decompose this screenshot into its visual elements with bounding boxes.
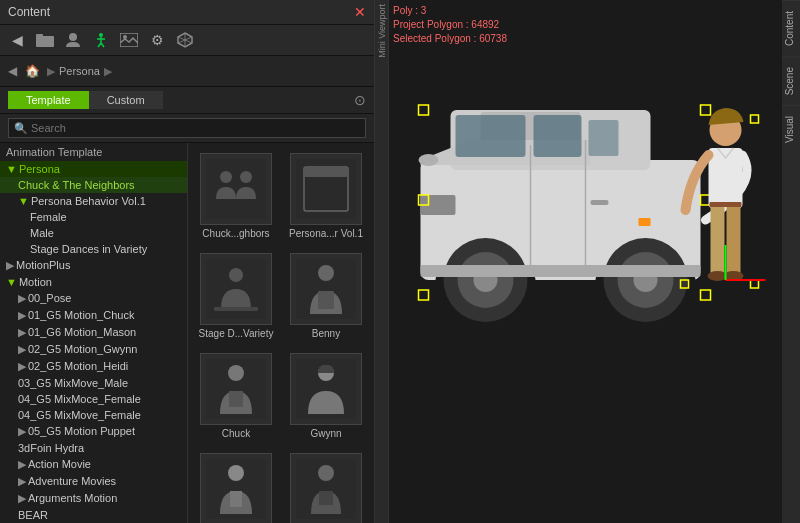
grid-thumb-gwynn (290, 353, 362, 425)
viewport: Poly : 3 Project Polygon : 64892 Selecte… (389, 0, 782, 523)
svg-rect-33 (230, 491, 242, 507)
poly-count-label: Poly : 3 (393, 4, 507, 18)
tree-section-animation[interactable]: Animation Template (0, 143, 187, 161)
search-wrap: 🔍 (8, 118, 366, 138)
tree-item-02-gwynn[interactable]: ▶02_G5 Motion_Gwynn (0, 341, 187, 358)
character-icon[interactable] (90, 29, 112, 51)
home-icon[interactable]: 🏠 (21, 60, 43, 82)
tab-custom[interactable]: Custom (89, 91, 163, 109)
scene-svg (389, 0, 782, 523)
close-button[interactable]: ✕ (354, 4, 366, 20)
tree-item-01-chuck[interactable]: ▶01_G5 Motion_Chuck (0, 307, 187, 324)
tree-item-02-heidi[interactable]: ▶02_G5 Motion_Heidi (0, 358, 187, 375)
tree-item-persona-behavior[interactable]: ▼Persona Behavior Vol.1 (0, 193, 187, 209)
grid-thumb-benny (290, 253, 362, 325)
svg-point-35 (318, 465, 334, 481)
grid-label-benny: Benny (312, 328, 340, 339)
svg-rect-49 (456, 115, 526, 157)
svg-point-24 (318, 265, 334, 281)
grid-item-heidi[interactable]: Heidi (194, 449, 278, 523)
grid-label-chuck-neighbors: Chuck...ghbors (202, 228, 269, 239)
viewport-info: Poly : 3 Project Polygon : 64892 Selecte… (393, 4, 507, 46)
grid-item-stage-variety[interactable]: Stage D...Variety (194, 249, 278, 343)
svg-point-2 (69, 33, 77, 41)
svg-rect-0 (36, 36, 54, 47)
tabs-group: Template Custom (8, 91, 163, 109)
svg-rect-28 (229, 391, 243, 407)
side-tabs: Content Scene Visual (782, 0, 800, 523)
tree-item-female[interactable]: Female (0, 209, 187, 225)
svg-point-32 (228, 465, 244, 481)
svg-rect-36 (319, 491, 333, 505)
grid-thumb-heidi (200, 453, 272, 523)
tree-item-male[interactable]: Male (0, 225, 187, 241)
back-arrow[interactable]: ◀ (8, 64, 17, 78)
tree-item-adventure[interactable]: ▶Adventure Movies (0, 473, 187, 490)
tree-item-arguments[interactable]: ▶Arguments Motion (0, 490, 187, 507)
svg-line-7 (101, 43, 104, 47)
object-icon[interactable] (174, 29, 196, 51)
tree-item-05-puppet[interactable]: ▶05_G5 Motion Puppet (0, 423, 187, 440)
folder-icon[interactable] (34, 29, 56, 51)
side-tab-content[interactable]: Content (782, 0, 800, 56)
tree-item-01-mason[interactable]: ▶01_G6 Motion_Mason (0, 324, 187, 341)
grid-item-chuck[interactable]: Chuck (194, 349, 278, 443)
breadcrumb-persona[interactable]: Persona (59, 65, 100, 77)
svg-rect-63 (639, 218, 651, 226)
grid-label-chuck: Chuck (222, 428, 250, 439)
tree-item-00-pose[interactable]: ▶00_Pose (0, 290, 187, 307)
grid-thumb-stage-variety (200, 253, 272, 325)
svg-point-3 (99, 33, 103, 37)
settings-wheel-icon[interactable]: ⚙ (146, 29, 168, 51)
panel-settings-icon[interactable]: ⊙ (354, 92, 366, 108)
project-polygon-label: Project Polygon : 64892 (393, 18, 507, 32)
content-area: Animation Template ▼Persona Chuck & The … (0, 143, 374, 523)
right-area: Content Scene Visual Poly : 3 Project Po… (389, 0, 800, 523)
grid-thumb-chuck (200, 353, 272, 425)
svg-rect-50 (534, 115, 582, 157)
grid-item-kane[interactable]: Kane (284, 449, 368, 523)
left-panel: Content ✕ ◀ (0, 0, 375, 523)
svg-rect-60 (591, 200, 609, 205)
tree-item-persona[interactable]: ▼Persona (0, 161, 187, 177)
tabs-row: Template Custom ⊙ (0, 87, 374, 114)
svg-rect-64 (421, 265, 701, 277)
panel-header: Content ✕ (0, 0, 374, 25)
tree-item-hydra[interactable]: 3dFoin Hydra (0, 440, 187, 456)
selected-polygon-label: Selected Polygon : 60738 (393, 32, 507, 46)
svg-rect-22 (214, 307, 258, 311)
user-icon[interactable] (62, 29, 84, 51)
grid-item-persona-vol[interactable]: Persona...r Vol.1 (284, 149, 368, 243)
svg-rect-77 (710, 202, 742, 207)
grid-container: Chuck...ghbors Persona...r Vol.1 (194, 149, 368, 523)
svg-point-27 (228, 365, 244, 381)
image-icon[interactable] (118, 29, 140, 51)
tree-item-motionplus[interactable]: ▶MotionPlus (0, 257, 187, 274)
grid-thumb-persona-vol (290, 153, 362, 225)
tree-item-bear[interactable]: BEAR (0, 507, 187, 523)
svg-rect-74 (727, 205, 741, 275)
side-tab-scene[interactable]: Scene (782, 56, 800, 105)
tree-item-chuck-neighbors[interactable]: Chuck & The Neighbors (0, 177, 187, 193)
search-input[interactable] (8, 118, 366, 138)
tree-item-stage-dances[interactable]: Stage Dances in Variety (0, 241, 187, 257)
tree-item-motion[interactable]: ▼Motion (0, 274, 187, 290)
svg-rect-1 (36, 34, 43, 37)
svg-point-61 (419, 154, 439, 166)
svg-rect-51 (589, 120, 619, 156)
tree-item-04-female-move[interactable]: 04_G5 MixMove_Female (0, 407, 187, 423)
tree-item-03-male[interactable]: 03_G5 MixMove_Male (0, 375, 187, 391)
svg-rect-73 (711, 205, 725, 275)
side-tab-visual[interactable]: Visual (782, 105, 800, 153)
grid-item-chuck-neighbors[interactable]: Chuck...ghbors (194, 149, 278, 243)
mini-viewport-tab[interactable]: Mini Viewport (375, 0, 389, 523)
tab-template[interactable]: Template (8, 91, 89, 109)
svg-point-16 (240, 171, 252, 183)
svg-rect-25 (318, 291, 334, 309)
back-icon[interactable]: ◀ (6, 29, 28, 51)
grid-item-gwynn[interactable]: Gwynn (284, 349, 368, 443)
grid-item-benny[interactable]: Benny (284, 249, 368, 343)
tree-item-action-movie[interactable]: ▶Action Movie (0, 456, 187, 473)
svg-rect-19 (304, 167, 348, 177)
tree-item-04-female-moce[interactable]: 04_G5 MixMoce_Female (0, 391, 187, 407)
